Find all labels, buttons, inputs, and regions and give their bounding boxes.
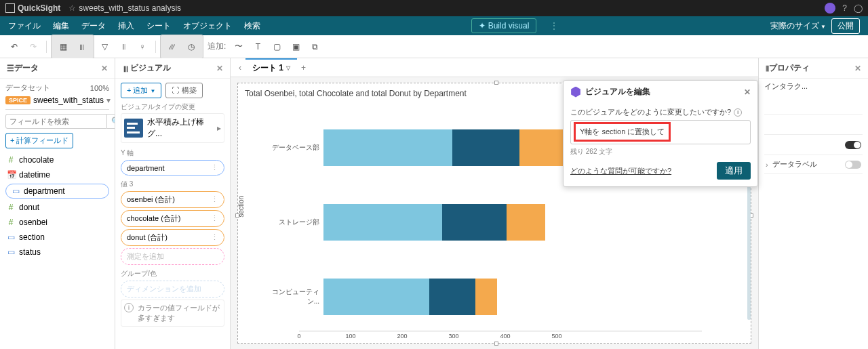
add-measure-placeholder[interactable]: 測定を追加: [121, 248, 224, 265]
field-name: donut: [19, 203, 39, 212]
dataset-label: データセット: [5, 83, 50, 93]
bar-segment-chocolate[interactable]: [452, 129, 519, 166]
field-row-osenbei[interactable]: #osenbei: [5, 215, 109, 230]
sparkle-icon: ✦: [479, 21, 486, 30]
field-type-icon: #: [7, 203, 15, 212]
close-icon[interactable]: ✕: [101, 64, 108, 73]
shape-icon[interactable]: ▢: [268, 38, 285, 56]
sheet-tab[interactable]: シート 1 ▽: [245, 58, 297, 77]
close-icon[interactable]: ✕: [744, 87, 751, 97]
dataset-select[interactable]: SPICE sweets_with_status ▾: [5, 94, 109, 110]
bar-segment-osenbei[interactable]: [323, 279, 429, 315]
grid-icon[interactable]: ▦: [54, 38, 72, 56]
caret-icon[interactable]: ▽: [286, 65, 290, 71]
more-icon[interactable]: ⋮: [211, 233, 218, 242]
field-row-datetime[interactable]: 📅datetime: [5, 167, 109, 182]
bar-segment-osenbei[interactable]: [323, 129, 452, 166]
bar-chart-icon[interactable]: ⫼: [73, 38, 91, 56]
field-row-department[interactable]: ▭department: [5, 184, 109, 199]
parameter-icon[interactable]: ⫴: [115, 38, 132, 56]
bar-segment-chocolate[interactable]: [442, 204, 507, 241]
caret-icon: ▾: [106, 96, 111, 105]
publish-button[interactable]: 公開: [831, 18, 860, 34]
y-axis-title: section: [237, 195, 245, 217]
menu-file[interactable]: ファイル: [8, 20, 41, 32]
search-icon[interactable]: 🔍: [107, 114, 115, 129]
calc-field-button[interactable]: + 計算フィールド: [5, 133, 73, 148]
value-well[interactable]: osenbei (合計)⋮: [121, 191, 224, 208]
field-row-donut[interactable]: #donut: [5, 200, 109, 215]
undo-icon[interactable]: ↶: [5, 38, 23, 56]
insight-icon[interactable]: ⫻: [163, 38, 181, 56]
value-well[interactable]: donut (合計)⋮: [121, 229, 224, 246]
help-link[interactable]: どのような質問が可能ですか?: [570, 166, 671, 176]
dataset-pct: 100%: [90, 84, 109, 92]
field-type-icon: ▭: [7, 247, 15, 257]
collapse-icon[interactable]: ‹: [239, 63, 241, 73]
zoom-label[interactable]: 実際のサイズ▼: [770, 20, 826, 32]
add-visual-group: ▦ ⫼: [51, 35, 94, 59]
menu-edit[interactable]: 編集: [53, 20, 69, 32]
help-icon[interactable]: ?: [842, 3, 847, 13]
legend-toggle[interactable]: [845, 141, 861, 149]
text-icon[interactable]: T: [249, 38, 267, 56]
visual-type-name: 水平積み上げ棒グ...: [147, 117, 213, 140]
value-well[interactable]: chocolate (合計)⋮: [121, 210, 224, 227]
product-name: QuickSight: [18, 3, 60, 13]
info-warning: i カラーの値フィールドが多すぎます: [121, 300, 224, 327]
build-visual-button[interactable]: ✦ Build visual: [471, 18, 537, 33]
build-button[interactable]: ⛶ 構築: [165, 83, 202, 98]
info-icon: i: [124, 303, 134, 312]
embed-icon[interactable]: ⧉: [306, 38, 323, 56]
menu-search[interactable]: 検索: [244, 20, 260, 32]
bar-segment-chocolate[interactable]: [429, 279, 475, 315]
add-sheet-icon[interactable]: +: [301, 63, 306, 73]
user-icon[interactable]: ◯: [854, 3, 863, 13]
clock-icon[interactable]: ◷: [182, 38, 200, 56]
bar-row: ストレージ部: [323, 199, 695, 246]
interactions-tab[interactable]: インタラク...: [764, 81, 863, 91]
menu-more-icon[interactable]: ⋮: [550, 21, 558, 30]
field-type-icon: #: [7, 155, 15, 165]
menu-sheet[interactable]: シート: [146, 20, 171, 32]
toolbar: ↶ ↷ ▦ ⫼ ▽ ⫴ ♀ ⫻ ◷ 追加: 〜 T ▢ ▣ ⧉: [0, 35, 868, 58]
chevron-icon[interactable]: ›: [766, 161, 768, 169]
line-icon[interactable]: 〜: [230, 38, 248, 56]
more-icon[interactable]: ⋮: [211, 214, 218, 223]
field-row-chocolate[interactable]: #chocolate: [5, 152, 109, 167]
image-icon[interactable]: ▣: [287, 38, 304, 56]
more-icon[interactable]: ⋮: [211, 195, 218, 204]
edit-visual-popup: ビジュアルを編集 ✕ このビジュアルをどのように変更したいですか? i Y軸を …: [563, 80, 758, 187]
copilot-icon[interactable]: [825, 3, 835, 14]
field-name: department: [24, 186, 65, 196]
menu-object[interactable]: オブジェクト: [183, 20, 232, 32]
menu-data[interactable]: データ: [81, 20, 106, 32]
x-tick-label: 400: [500, 333, 510, 340]
info-icon[interactable]: i: [734, 108, 742, 117]
datalabel-toggle[interactable]: [845, 161, 861, 169]
bar-segment-osenbei[interactable]: [323, 204, 442, 241]
close-icon[interactable]: ✕: [216, 64, 223, 73]
lightbulb-icon[interactable]: ♀: [134, 38, 151, 56]
caret-icon: ▸: [217, 123, 221, 133]
bar-segment-donut[interactable]: [475, 279, 497, 315]
redo-icon[interactable]: ↷: [24, 38, 42, 56]
apply-button[interactable]: 適用: [717, 162, 751, 180]
field-row-status[interactable]: ▭status: [5, 245, 109, 260]
star-icon[interactable]: ☆: [68, 3, 76, 13]
edit-textarea[interactable]: Y軸を section に置換して: [570, 120, 751, 144]
y-axis-well[interactable]: department ⋮: [121, 160, 224, 176]
menu-insert[interactable]: 挿入: [118, 20, 134, 32]
visual-type-select[interactable]: 水平積み上げ棒グ... ▸: [121, 113, 224, 143]
add-visual-button[interactable]: + 追加 ▼: [121, 83, 161, 98]
edit-input-text: Y軸を section に置換して: [574, 122, 671, 142]
group-placeholder[interactable]: ディメンションを追加: [121, 281, 224, 297]
bar-segment-donut[interactable]: [507, 204, 545, 241]
filter-icon[interactable]: ▽: [96, 38, 113, 56]
more-icon[interactable]: ⋮: [211, 163, 218, 172]
field-row-section[interactable]: ▭section: [5, 230, 109, 245]
data-panel-title: データ: [14, 62, 39, 74]
quicksight-icon: [5, 3, 15, 13]
close-icon[interactable]: ✕: [854, 64, 861, 73]
field-search-input[interactable]: [5, 114, 107, 129]
